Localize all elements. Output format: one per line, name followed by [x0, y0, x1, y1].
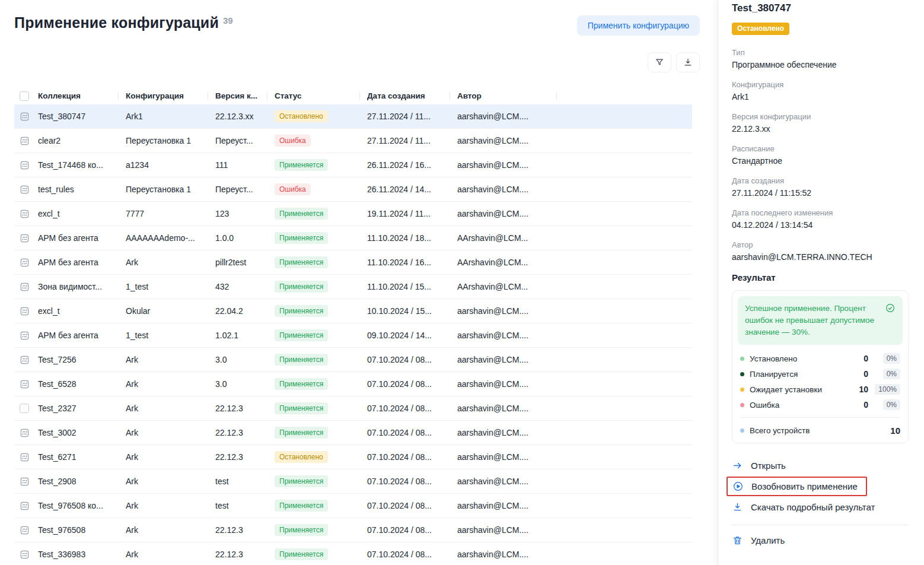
panel-actions: Открыть Возобновить применение Скачат [732, 456, 909, 550]
cell-collection: Test_7256 [38, 355, 126, 364]
resume-action[interactable]: Возобновить применение [727, 477, 867, 496]
cell-collection: Test_976508 [38, 525, 126, 535]
config-icon [20, 233, 30, 243]
table-row[interactable]: Test_976508 ко...ArktestПрименяется07.10… [14, 494, 692, 518]
table-row[interactable]: test_rulesПереустановка 1Переуст...Ошибк… [14, 177, 692, 202]
table-row[interactable]: Test_380747Ark122.12.3.xxОстановлено27.1… [14, 104, 692, 129]
status-badge: Применяется [275, 305, 328, 317]
trash-icon [732, 535, 743, 546]
field-label: Тип [732, 48, 909, 58]
table-row[interactable]: АРМ без агентаArkpillr2testПрименяется11… [14, 250, 692, 275]
status-badge: Ошибка [275, 183, 311, 195]
row-checkbox[interactable] [20, 404, 29, 413]
cell-configuration: Ark [126, 404, 215, 413]
cell-version: test [215, 477, 275, 486]
cell-configuration: Okular [126, 306, 215, 316]
config-icon [20, 501, 30, 511]
resume-label: Возобновить применение [751, 481, 858, 491]
cell-date: 07.10.2024 / 08... [367, 525, 457, 535]
select-all-checkbox[interactable] [20, 91, 29, 101]
table-row[interactable]: Test_2327Ark22.12.3Применяется07.10.2024… [14, 396, 692, 421]
result-message-text: Успешное применение. Процент ошибок не п… [745, 303, 880, 338]
panel-title: Test_380747 [732, 2, 909, 14]
cell-configuration: a1234 [126, 160, 215, 170]
stat-dot [740, 403, 744, 407]
export-button[interactable] [676, 52, 700, 72]
cell-date: 10.10.2024 / 15... [367, 306, 457, 316]
cell-collection: excl_t [38, 306, 126, 316]
configurations-table: КоллекцияКонфигурацияВерсия к...СтатусДа… [14, 87, 692, 565]
field-value: Стандартное [732, 155, 909, 166]
table-row[interactable]: Test_2908ArktestПрименяется07.10.2024 / … [14, 469, 692, 494]
table-row[interactable]: excl_t7777123Применяется19.11.2024 / 11.… [14, 202, 692, 226]
status-badge: Остановлено [275, 110, 328, 122]
panel-field: ТипПрограммное обеспечение [732, 48, 909, 70]
stat-percent: 0% [883, 399, 900, 410]
config-icon [20, 209, 30, 219]
result-heading: Результат [732, 272, 909, 282]
table-row[interactable]: Test_336983Ark22.12.3Применяется07.10.20… [14, 542, 692, 565]
table-row[interactable]: АРМ без агента1_test1.02.1Применяется09.… [14, 323, 692, 348]
cell-version: test [215, 501, 275, 510]
cell-collection: Test_3002 [38, 428, 126, 437]
panel-field: Дата создания27.11.2024 / 11:15:52 [732, 176, 909, 198]
cell-version: 22.12.3 [215, 452, 275, 462]
stat-row: Ошибка00% [740, 397, 900, 412]
cell-collection: Test_6271 [38, 452, 126, 462]
stat-row: Планируется00% [740, 366, 900, 382]
table-row[interactable]: excl_tOkular22.04.2Применяется10.10.2024… [14, 299, 692, 323]
column-header-configuration[interactable]: Конфигурация [126, 91, 215, 101]
cell-collection: Test_2327 [38, 404, 126, 413]
delete-action[interactable]: Удалить [732, 531, 909, 550]
total-dot [740, 428, 744, 433]
table-row[interactable]: Test_7256Ark3.0Применяется07.10.2024 / 0… [14, 348, 692, 372]
filter-icon [654, 57, 665, 68]
config-icon [20, 136, 30, 146]
cell-date: 27.11.2024 / 11... [367, 112, 457, 121]
cell-version: 3.0 [215, 355, 275, 364]
cell-collection: Test_380747 [38, 112, 126, 121]
stat-percent: 0% [883, 353, 900, 364]
table-row[interactable]: Test_3002Ark22.12.3Применяется07.10.2024… [14, 421, 692, 445]
cell-author: aarshavin@LCM.... [457, 136, 564, 145]
field-value: 22.12.3.xx [732, 123, 909, 134]
column-header-author[interactable]: Автор [457, 91, 564, 101]
cell-author: AArshavin@LCM... [457, 258, 564, 267]
stat-label: Ошибка [750, 401, 779, 410]
filter-button[interactable] [648, 52, 671, 72]
config-icon [20, 452, 30, 462]
table-row[interactable]: clear2Переустановка 1Переуст...Ошибка27.… [14, 129, 692, 153]
column-header-date[interactable]: Дата создания [367, 91, 457, 101]
cell-configuration: Ark [126, 477, 215, 486]
cell-collection: АРМ без агента [38, 233, 126, 243]
config-icon [20, 112, 30, 122]
table-row[interactable]: Test_6528Ark3.0Применяется07.10.2024 / 0… [14, 372, 692, 396]
application-window: Применение конфигураций 39 Применить кон… [0, 0, 924, 565]
column-header-collection[interactable]: Коллекция [38, 91, 126, 101]
download-result-action[interactable]: Скачать подробный результат [732, 498, 909, 516]
open-action[interactable]: Открыть [732, 456, 909, 475]
apply-configuration-button[interactable]: Применить конфигурацию [577, 15, 700, 36]
cell-version: 22.12.3 [215, 428, 275, 437]
cell-version: pillr2test [215, 258, 275, 267]
field-label: Версия конфигурации [732, 112, 909, 122]
cell-collection: Test_174468 ко... [38, 160, 126, 170]
cell-version: 1.02.1 [215, 331, 275, 340]
cell-configuration: Ark1 [126, 112, 215, 121]
cell-version: Переуст... [215, 185, 275, 194]
table-row[interactable]: Test_6271Ark22.12.3Остановлено07.10.2024… [14, 445, 692, 469]
table-row[interactable]: Test_174468 ко...a1234111Применяется26.1… [14, 153, 692, 177]
column-header-status[interactable]: Статус [275, 91, 367, 101]
cell-date: 07.10.2024 / 08... [367, 452, 457, 462]
stat-label: Планируется [750, 370, 798, 379]
cell-date: 11.10.2024 / 16... [367, 258, 457, 267]
config-icon [20, 477, 30, 487]
main-content: Применение конфигураций 39 Применить кон… [0, 0, 718, 565]
cell-date: 27.11.2024 / 11... [367, 136, 457, 145]
download-icon [732, 501, 743, 513]
field-label: Дата последнего изменения [732, 208, 909, 218]
column-header-version[interactable]: Версия к... [215, 91, 275, 101]
table-row[interactable]: Зона видимост...1_test432Применяется11.1… [14, 275, 692, 299]
table-row[interactable]: АРМ без агентаAAAAAAAdemo-...1.0.0Примен… [14, 226, 692, 250]
table-row[interactable]: Test_976508Ark22.12.3Применяется07.10.20… [14, 518, 692, 542]
